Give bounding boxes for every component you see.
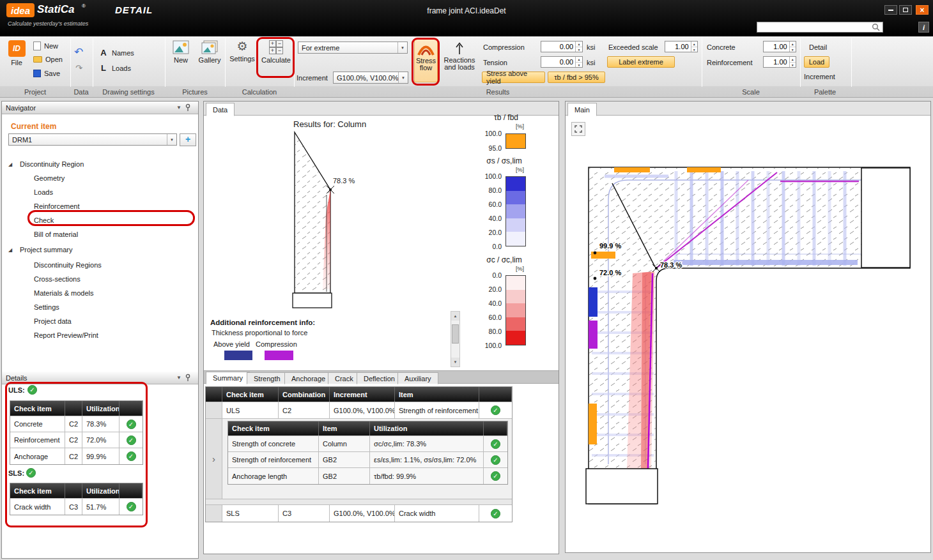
scrollbar-thumb[interactable]	[452, 324, 459, 344]
spin-up-icon[interactable]: ▲	[576, 42, 582, 47]
graphics-scrollbar[interactable]: ▲ ▼	[451, 311, 460, 367]
concrete-spin-arrows[interactable]: ▲▼	[789, 42, 796, 52]
concrete-scale-input[interactable]	[764, 42, 789, 52]
maximize-button[interactable]	[899, 5, 912, 15]
spin-up-icon[interactable]: ▲	[790, 42, 796, 47]
new-project-button[interactable]: New	[33, 42, 58, 50]
tab-crack[interactable]: Crack	[328, 372, 360, 384]
file-button[interactable]: ID File	[4, 38, 29, 77]
tree-item-discontinuity-region[interactable]: ◢ Discontinuity Region	[2, 158, 198, 170]
reinforcement-spin-arrows[interactable]: ▲▼	[789, 57, 796, 67]
calculate-button[interactable]: +− +− Calculate	[259, 38, 293, 77]
tree-item-settings[interactable]: Settings	[2, 301, 198, 314]
summary-col-check-item: Check item	[222, 387, 279, 402]
extreme-select[interactable]: For extreme ▼	[298, 42, 408, 54]
table-row[interactable]: Anchorage length GB2 τb/fbd: 99.9% ✓	[228, 468, 507, 484]
spin-down-icon[interactable]: ▼	[790, 47, 796, 52]
tree-item-project-data[interactable]: Project data	[2, 315, 198, 328]
increment-select[interactable]: G100.0%, V100.0% ▼	[333, 72, 408, 84]
table-row[interactable]: Crack width C3 51.7% ✓	[10, 499, 143, 515]
info-button[interactable]: i	[918, 22, 929, 33]
compression-spin-arrows[interactable]: ▲▼	[575, 42, 582, 52]
scroll-up-icon[interactable]: ▲	[451, 312, 459, 321]
tree-item-materials-models[interactable]: Materials & models	[2, 287, 198, 299]
tree-item-loads[interactable]: Loads	[2, 186, 198, 199]
summary-col-combination: Combination	[279, 387, 330, 402]
save-button[interactable]: Save	[33, 70, 60, 77]
tab-anchorage[interactable]: Anchorage	[284, 372, 332, 384]
stress-above-yield-toggle[interactable]: Stress above yield	[482, 72, 545, 83]
tab-strength[interactable]: Strength	[247, 372, 288, 384]
tab-main[interactable]: Main	[567, 103, 597, 116]
tb-fbd-toggle[interactable]: τb / fbd > 95%	[548, 72, 605, 83]
spin-down-icon[interactable]: ▼	[691, 47, 697, 52]
table-row[interactable]: Strength of reinforcement GB2 εs/εs,lim:…	[228, 452, 507, 468]
spin-up-icon[interactable]: ▲	[790, 57, 796, 63]
tab-auxiliary[interactable]: Auxiliary	[397, 372, 438, 384]
details-pin-icon[interactable]	[184, 374, 194, 382]
scrollbar-track[interactable]	[451, 321, 459, 358]
spin-down-icon[interactable]: ▼	[576, 47, 582, 52]
details-collapse-icon[interactable]: ▼	[174, 375, 184, 381]
open-button[interactable]: Open	[33, 56, 63, 63]
tree-item-project-summary[interactable]: ◢ Project summary	[2, 243, 198, 256]
tension-input[interactable]	[541, 57, 575, 67]
palette-increment-button[interactable]: Increment	[804, 73, 835, 80]
tree-item-report-preview[interactable]: Report Preview/Print	[2, 329, 198, 342]
loads-toggle[interactable]: LLoads	[98, 63, 131, 73]
picture-new-button[interactable]: New	[167, 38, 194, 77]
reinforcement-scale-input[interactable]	[764, 57, 789, 67]
palette-load-button[interactable]: Load	[804, 56, 829, 68]
tree-item-reinforcement[interactable]: Reinforcement	[2, 200, 198, 213]
reactions-loads-button[interactable]: Reactionsand loads	[441, 39, 478, 82]
names-toggle[interactable]: ANames	[98, 48, 134, 57]
spin-down-icon[interactable]: ▼	[790, 63, 796, 68]
search-input[interactable]	[757, 24, 871, 31]
add-item-button[interactable]: +	[180, 133, 196, 146]
cell-name: Anchorage length	[228, 468, 319, 484]
close-button[interactable]: ×	[916, 5, 929, 15]
redo-button[interactable]: ↷	[75, 63, 82, 73]
tree-item-bill-of-material[interactable]: Bill of material	[2, 228, 198, 241]
gallery-button[interactable]: Gallery	[196, 38, 224, 77]
tree-expanded-icon[interactable]: ◢	[8, 162, 12, 167]
table-row[interactable]: Strength of concrete Column σc/σc,lim: 7…	[228, 436, 507, 452]
tab-summary[interactable]: Summary	[206, 372, 250, 384]
table-row[interactable]: Reinforcement C2 72.0% ✓	[10, 432, 143, 448]
tree-item-cross-sections[interactable]: Cross-sections	[2, 273, 198, 285]
tab-deflection[interactable]: Deflection	[357, 372, 402, 384]
table-row[interactable]: Concrete C2 78.3% ✓	[10, 416, 143, 432]
tree-item-check[interactable]: Check	[2, 214, 198, 227]
undo-button[interactable]: ↶	[74, 45, 83, 59]
navigator-pin-icon[interactable]	[184, 103, 194, 112]
column-result-canvas[interactable]	[291, 128, 375, 310]
navigator-collapse-icon[interactable]: ▼	[174, 105, 184, 110]
exceeded-scale-input[interactable]	[665, 42, 691, 52]
table-row[interactable]: Anchorage C2 99.9% ✓	[10, 448, 143, 464]
tab-data[interactable]: Data	[206, 103, 235, 116]
frame-joint-canvas[interactable]: 99.9 % 72.0 % 78.3 %	[566, 116, 930, 537]
stress-flow-button[interactable]: Stressflow	[414, 39, 438, 82]
compression-input[interactable]	[541, 42, 575, 52]
nested-expander[interactable]: ›	[206, 419, 222, 499]
tree-item-discontinuity-regions[interactable]: Discontinuity Regions	[2, 259, 198, 271]
minimize-button[interactable]	[884, 5, 897, 15]
cell-value: 78.3%	[82, 416, 120, 432]
row-expander[interactable]	[206, 402, 222, 418]
settings-button[interactable]: ⚙ Settings	[227, 38, 257, 77]
palette-detail-button[interactable]: Detail	[809, 43, 827, 51]
summary-row-uls[interactable]: ULS C2 G100.0%, V100.0% Strength of rein…	[206, 402, 512, 419]
scroll-down-icon[interactable]: ▼	[451, 358, 459, 367]
tree-item-geometry[interactable]: Geometry	[2, 172, 198, 185]
summary-row-sls[interactable]: SLS C3 G100.0%, V100.0% Crack width ✓	[206, 505, 512, 522]
row-expander[interactable]	[206, 505, 222, 522]
current-item-select[interactable]: DRM1 ▼	[8, 133, 177, 146]
spin-up-icon[interactable]: ▲	[576, 57, 582, 63]
spin-up-icon[interactable]: ▲	[691, 42, 697, 47]
exceeded-spin-arrows[interactable]: ▲▼	[691, 42, 697, 52]
tension-spin-arrows[interactable]: ▲▼	[575, 57, 582, 67]
label-extreme-toggle[interactable]: Label extreme	[607, 56, 675, 68]
tree-expanded-icon[interactable]: ◢	[8, 247, 12, 253]
spin-down-icon[interactable]: ▼	[576, 63, 582, 68]
additional-info-subtitle: Thickness proportional to force	[212, 329, 307, 337]
